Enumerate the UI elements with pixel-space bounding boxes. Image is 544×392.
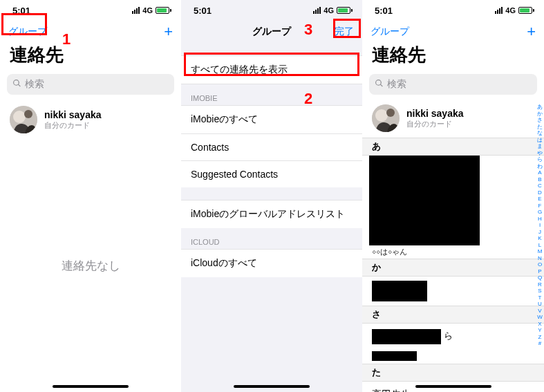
add-contact-button[interactable]: +: [527, 24, 536, 39]
index-rail-letter[interactable]: A: [537, 169, 543, 176]
redacted-contacts: [372, 281, 427, 301]
index-rail-letter[interactable]: D: [537, 189, 543, 196]
index-rail-letter[interactable]: S: [537, 288, 543, 294]
status-right: 4G: [132, 6, 171, 15]
nav-bar: グループ 完了: [181, 21, 362, 43]
home-indicator[interactable]: [53, 385, 129, 388]
section-index-sa: さ: [362, 306, 544, 324]
status-bar: 5:01 4G: [181, 0, 362, 21]
me-name: nikki sayaka: [406, 108, 464, 119]
nav-bar: グループ +: [0, 21, 181, 43]
redacted-contacts: [372, 351, 417, 361]
index-rail-letter[interactable]: あ: [537, 104, 543, 110]
avatar: [372, 104, 400, 132]
svg-point-4: [375, 109, 388, 122]
done-button[interactable]: 完了: [335, 26, 354, 38]
battery-icon: [156, 7, 171, 14]
home-indicator[interactable]: [234, 385, 310, 388]
section-index-ta: た: [362, 364, 544, 382]
index-rail-letter[interactable]: さ: [537, 117, 543, 123]
contact-row-partial[interactable]: ￮￮は￮ゃん: [362, 245, 544, 259]
search-placeholder: 検索: [387, 78, 406, 91]
index-rail-letter[interactable]: T: [537, 295, 543, 301]
index-rail-letter[interactable]: I: [537, 222, 543, 228]
svg-point-2: [24, 110, 32, 118]
status-right: 4G: [313, 6, 353, 15]
search-icon: [12, 79, 21, 90]
status-time: 5:01: [12, 6, 30, 16]
index-rail-letter[interactable]: K: [537, 235, 543, 241]
index-rail-letter[interactable]: な: [537, 130, 543, 136]
redacted-contacts: [372, 329, 441, 344]
battery-icon: [518, 7, 534, 14]
index-rail-letter[interactable]: N: [537, 255, 543, 261]
index-rail-letter[interactable]: U: [537, 301, 543, 307]
index-rail-letter[interactable]: R: [537, 281, 543, 288]
group-row-global[interactable]: iMobieのグローバルアドレスリスト: [181, 200, 362, 228]
screen-2-groups: 3 2 5:01 4G グループ 完了 すべての連絡先を表示 IMOBIE iM…: [181, 0, 362, 392]
search-placeholder: 検索: [25, 78, 44, 91]
status-time: 5:01: [375, 6, 393, 16]
add-contact-button[interactable]: +: [164, 24, 173, 39]
section-header-imobie: IMOBIE: [181, 84, 362, 105]
svg-point-5: [386, 109, 395, 117]
network-label: 4G: [505, 6, 516, 15]
search-icon: [375, 79, 384, 90]
group-row[interactable]: iMobieのすべて: [181, 105, 362, 134]
me-sub: 自分のカード: [44, 120, 102, 131]
index-rail-letter[interactable]: L: [537, 242, 543, 248]
groups-button[interactable]: グループ: [8, 26, 47, 38]
me-card[interactable]: nikki sayaka 自分のカード: [362, 99, 544, 138]
status-right: 4G: [495, 6, 534, 15]
alphabet-index-rail[interactable]: あかさたなはまやらわABCDEFGHIJKLMNOPQRSTUVWXYZ#: [537, 104, 543, 346]
index-rail-letter[interactable]: Z: [537, 334, 543, 340]
page-title: 連絡先: [362, 43, 544, 70]
index-rail-letter[interactable]: ら: [537, 156, 543, 162]
index-rail-letter[interactable]: M: [537, 248, 543, 254]
me-card[interactable]: nikki sayaka 自分のカード: [0, 99, 181, 140]
home-indicator[interactable]: [415, 385, 491, 388]
index-rail-letter[interactable]: E: [537, 196, 543, 202]
index-rail-letter[interactable]: B: [537, 176, 543, 183]
index-rail-letter[interactable]: X: [537, 321, 543, 327]
index-rail-letter[interactable]: Q: [537, 274, 543, 281]
network-label: 4G: [323, 6, 334, 15]
battery-icon: [337, 7, 353, 14]
me-sub: 自分のカード: [406, 119, 464, 129]
index-rail-letter[interactable]: J: [537, 229, 543, 235]
index-rail-letter[interactable]: #: [537, 340, 543, 346]
search-input[interactable]: 検索: [369, 74, 537, 95]
me-card-text: nikki sayaka 自分のカード: [44, 109, 102, 131]
index-rail-letter[interactable]: や: [537, 150, 543, 156]
network-label: 4G: [142, 6, 153, 15]
index-rail-letter[interactable]: P: [537, 268, 543, 274]
index-rail-letter[interactable]: O: [537, 261, 543, 268]
search-input[interactable]: 検索: [7, 74, 174, 95]
group-row[interactable]: Contacts: [181, 134, 362, 161]
group-row[interactable]: Suggested Contacts: [181, 161, 362, 187]
index-rail-letter[interactable]: か: [537, 111, 543, 117]
index-rail-letter[interactable]: C: [537, 183, 543, 189]
index-rail-letter[interactable]: た: [537, 124, 543, 130]
index-rail-letter[interactable]: は: [537, 137, 543, 143]
show-all-contacts-row[interactable]: すべての連絡先を表示: [181, 55, 362, 84]
index-rail-letter[interactable]: V: [537, 308, 543, 314]
index-rail-letter[interactable]: わ: [537, 163, 543, 169]
index-rail-letter[interactable]: ま: [537, 143, 543, 149]
index-rail-letter[interactable]: Y: [537, 327, 543, 333]
index-rail-letter[interactable]: F: [537, 203, 543, 209]
index-rail-letter[interactable]: G: [537, 209, 543, 215]
me-name: nikki sayaka: [44, 109, 102, 120]
signal-icon: [313, 7, 321, 14]
group-row[interactable]: iCloudのすべて: [181, 249, 362, 277]
signal-icon: [132, 7, 140, 14]
index-rail-letter[interactable]: W: [537, 314, 543, 320]
empty-message: 連絡先なし: [0, 258, 181, 274]
section-index-ka: か: [362, 259, 544, 277]
status-bar: 5:01 4G: [0, 0, 181, 21]
contact-name-fragment: ら: [444, 330, 453, 342]
section-header-icloud: ICLOUD: [181, 228, 362, 249]
groups-button[interactable]: グループ: [371, 26, 409, 38]
index-rail-letter[interactable]: H: [537, 216, 543, 222]
avatar: [10, 106, 37, 133]
